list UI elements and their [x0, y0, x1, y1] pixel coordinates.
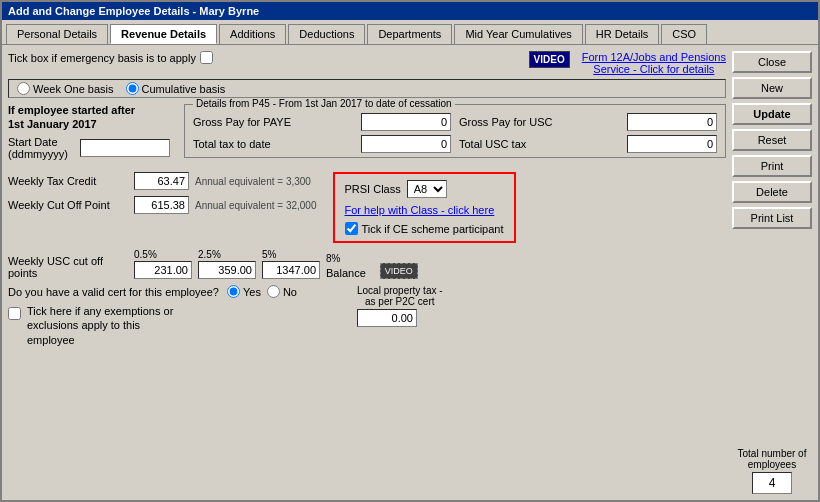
gross-paye-input[interactable]: [361, 113, 451, 131]
cumulative-radio[interactable]: [126, 82, 139, 95]
cutoff-equiv: Annual equivalent = 32,000: [195, 200, 317, 211]
start-date-section: If employee started after 1st January 20…: [8, 104, 170, 160]
close-button[interactable]: Close: [732, 51, 812, 73]
week-one-radio[interactable]: [17, 82, 30, 95]
video-icon-usc[interactable]: VIDEO: [380, 263, 418, 279]
video-icon-top[interactable]: VIDEO: [529, 51, 570, 68]
emergency-row: Tick box if emergency basis is to apply …: [8, 51, 726, 75]
total-tax-input[interactable]: [361, 135, 451, 153]
tab-mid-year[interactable]: Mid Year Cumulatives: [454, 24, 582, 44]
usc-pct-row: Weekly USC cut off points 0.5% 2.5% 5%: [8, 249, 726, 279]
p45-title: Details from P45 - From 1st Jan 2017 to …: [193, 98, 455, 109]
usc-pct2-label: 2.5%: [198, 249, 221, 260]
start-title: If employee started after: [8, 104, 170, 116]
usc-balance: Balance: [326, 265, 366, 279]
weekly-tax-equiv: Annual equivalent = 3,300: [195, 176, 311, 187]
total-employees-label: Total number of employees: [732, 448, 812, 470]
prsi-help-link[interactable]: For help with Class - click here: [345, 204, 504, 216]
total-tax-label: Total tax to date: [193, 138, 353, 150]
prsi-label: PRSI Class: [345, 183, 401, 195]
cutoff-label: Weekly Cut Off Point: [8, 199, 128, 211]
usc-section: Weekly USC cut off points 0.5% 2.5% 5%: [8, 249, 726, 279]
cumulative-label: Cumulative basis: [142, 83, 226, 95]
left-bottom: Do you have a valid cert for this employ…: [8, 285, 297, 347]
tab-cso[interactable]: CSO: [661, 24, 707, 44]
content-area: Tick box if emergency basis is to apply …: [2, 45, 818, 500]
usc-pct1-input[interactable]: [134, 261, 192, 279]
start-date-input-row: Start Date (ddmmyyyy): [8, 136, 170, 160]
local-property-box: Local property tax - as per P2C cert: [357, 285, 443, 327]
gross-usc-label: Gross Pay for USC: [459, 116, 619, 128]
local-prop-label: Local property tax - as per P2C cert: [357, 285, 443, 307]
no-radio-item[interactable]: No: [267, 285, 297, 298]
week-one-radio-item[interactable]: Week One basis: [17, 82, 114, 95]
p45-group: Details from P45 - From 1st Jan 2017 to …: [184, 104, 726, 158]
tab-additions[interactable]: Additions: [219, 24, 286, 44]
emergency-checkbox[interactable]: [200, 51, 213, 64]
start-subtitle: 1st January 2017: [8, 118, 170, 130]
yes-radio-item[interactable]: Yes: [227, 285, 261, 298]
emergency-label: Tick box if emergency basis is to apply: [8, 52, 196, 64]
update-button[interactable]: Update: [732, 103, 812, 125]
ce-checkbox[interactable]: [345, 222, 358, 235]
usc-pct4-label: 8%: [326, 253, 340, 264]
local-prop-input[interactable]: [357, 309, 417, 327]
ce-label: Tick if CE scheme participant: [362, 223, 504, 235]
usc-pct3-item: 5%: [262, 249, 320, 279]
new-button[interactable]: New: [732, 77, 812, 99]
form-link[interactable]: Form 12A/Jobs and Pensions Service - Cli…: [582, 51, 726, 75]
reset-button[interactable]: Reset: [732, 129, 812, 151]
usc-pct3-input[interactable]: [262, 261, 320, 279]
exempt-row: Tick here if any exemptions or exclusion…: [8, 304, 297, 347]
prsi-class-row: PRSI Class A8 A1 S1: [345, 180, 504, 198]
weekly-tax-row: Weekly Tax Credit Annual equivalent = 3,…: [8, 172, 317, 190]
weekly-tax-label: Weekly Tax Credit: [8, 175, 128, 187]
gross-usc-input[interactable]: [627, 113, 717, 131]
main-window: Add and Change Employee Details - Mary B…: [0, 0, 820, 502]
usc-pct2-input[interactable]: [198, 261, 256, 279]
delete-button[interactable]: Delete: [732, 181, 812, 203]
print-button[interactable]: Print: [732, 155, 812, 177]
p45-grid: Gross Pay for PAYE Gross Pay for USC Tot…: [193, 109, 717, 153]
start-date-label: Start Date (ddmmyyyy): [8, 136, 76, 160]
right-panel: Close New Update Reset Print Delete Prin…: [732, 51, 812, 494]
cert-yes-radio[interactable]: [227, 285, 240, 298]
tax-fields: Weekly Tax Credit Annual equivalent = 3,…: [8, 172, 317, 214]
usc-pct3-label: 5%: [262, 249, 276, 260]
cert-no-radio[interactable]: [267, 285, 280, 298]
window-title: Add and Change Employee Details - Mary B…: [8, 5, 259, 17]
usc-pct1-item: 0.5%: [134, 249, 192, 279]
prsi-select[interactable]: A8 A1 S1: [407, 180, 447, 198]
tab-hr-details[interactable]: HR Details: [585, 24, 660, 44]
print-list-button[interactable]: Print List: [732, 207, 812, 229]
total-employees-value: 4: [752, 472, 792, 494]
cert-label: Do you have a valid cert for this employ…: [8, 286, 219, 298]
start-date-field[interactable]: [80, 139, 170, 157]
total-employees-box: Total number of employees 4: [732, 444, 812, 494]
yes-no-group: Yes No: [227, 285, 297, 298]
usc-label: Weekly USC cut off points: [8, 255, 128, 279]
emergency-left: Tick box if emergency basis is to apply: [8, 51, 213, 64]
usc-pct2-item: 2.5%: [198, 249, 256, 279]
main-panel: Tick box if emergency basis is to apply …: [8, 51, 726, 494]
total-usc-label: Total USC tax: [459, 138, 619, 150]
exempt-checkbox[interactable]: [8, 307, 21, 320]
weekly-tax-input[interactable]: [134, 172, 189, 190]
cutoff-input[interactable]: [134, 196, 189, 214]
exempt-label: Tick here if any exemptions or exclusion…: [27, 304, 187, 347]
ce-row: Tick if CE scheme participant: [345, 222, 504, 235]
tabs-bar: Personal Details Revenue Details Additio…: [2, 20, 818, 45]
basis-radio-group: Week One basis Cumulative basis: [8, 79, 726, 98]
tab-personal-details[interactable]: Personal Details: [6, 24, 108, 44]
usc-pct4-item: 8% Balance: [326, 253, 366, 279]
prsi-box: PRSI Class A8 A1 S1 For help with Class …: [333, 172, 516, 243]
tab-revenue-details[interactable]: Revenue Details: [110, 24, 217, 44]
cumulative-radio-item[interactable]: Cumulative basis: [126, 82, 226, 95]
exempt-section: Tick here if any exemptions or exclusion…: [8, 304, 297, 347]
tab-departments[interactable]: Departments: [367, 24, 452, 44]
total-usc-input[interactable]: [627, 135, 717, 153]
gross-paye-label: Gross Pay for PAYE: [193, 116, 353, 128]
usc-pct1-label: 0.5%: [134, 249, 157, 260]
cutoff-row: Weekly Cut Off Point Annual equivalent =…: [8, 196, 317, 214]
tab-deductions[interactable]: Deductions: [288, 24, 365, 44]
